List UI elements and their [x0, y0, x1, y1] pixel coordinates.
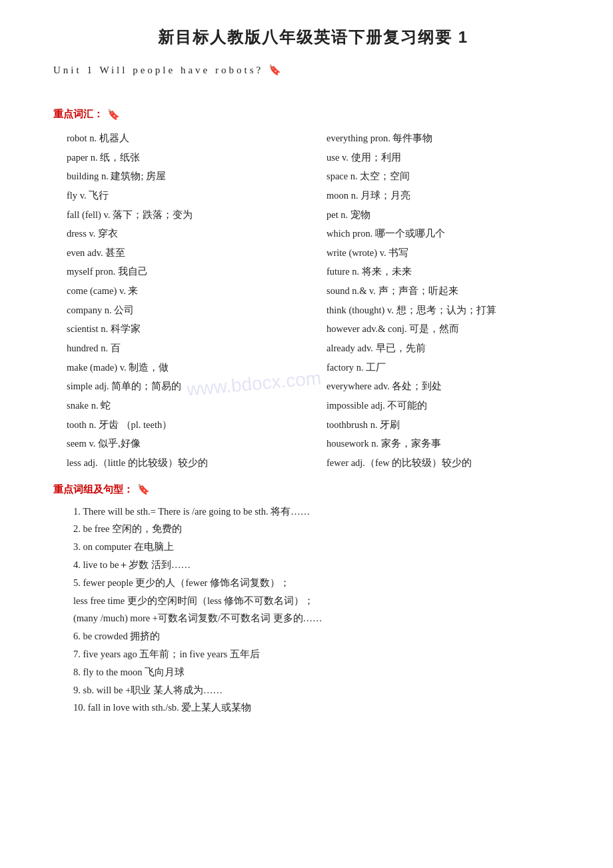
vocab-col-left: robot n. 机器人paper n. 纸，纸张building n. 建筑物… — [53, 130, 313, 471]
vocab-row: sound n.& v. 声；声音；听起来 — [326, 283, 573, 299]
vocab-row: everything pron. 每件事物 — [326, 130, 573, 147]
vocab-row: myself pron. 我自己 — [67, 263, 313, 280]
vocab-row: tooth n. 牙齿 （pl. teeth） — [67, 417, 313, 433]
phrase-item: 4. live to be＋岁数 活到…… — [73, 556, 573, 574]
phrase-list: 1. There will be sth.= There is /are goi… — [53, 503, 573, 717]
phrases-title-text: 重点词组及句型： — [53, 483, 133, 496]
vocab-row: impossible adj. 不可能的 — [326, 397, 573, 414]
vocab-row: factory n. 工厂 — [326, 359, 573, 376]
vocab-columns: robot n. 机器人paper n. 纸，纸张building n. 建筑物… — [53, 130, 573, 471]
phrase-item: 9. sb. will be +职业 某人将成为…… — [73, 681, 573, 699]
vocab-row: toothbrush n. 牙刷 — [326, 417, 573, 433]
vocab-row: use v. 使用；利用 — [326, 149, 573, 166]
vocab-title-text: 重点词汇： — [53, 108, 103, 121]
vocab-row: moon n. 月球；月亮 — [326, 187, 573, 204]
vocab-row: come (came) v. 来 — [67, 283, 313, 299]
vocab-row: think (thought) v. 想；思考；认为；打算 — [326, 302, 573, 319]
vocab-row: seem v. 似乎,好像 — [67, 435, 313, 452]
vocab-title-emoji: 🔖 — [107, 109, 120, 121]
vocab-row: company n. 公司 — [67, 302, 313, 319]
vocab-row: building n. 建筑物; 房屋 — [67, 168, 313, 185]
vocab-row: however adv.& conj. 可是，然而 — [326, 321, 573, 337]
vocab-row: scientist n. 科学家 — [67, 321, 313, 337]
phrase-item: 5. fewer people 更少的人（fewer 修饰名词复数）； — [73, 574, 573, 592]
vocab-section: robot n. 机器人paper n. 纸，纸张building n. 建筑物… — [53, 130, 573, 471]
phrase-item: less free time 更少的空闲时间（less 修饰不可数名词）； — [73, 592, 573, 610]
phrase-item: 8. fly to the moon 飞向月球 — [73, 663, 573, 681]
phrases-section-title: 重点词组及句型： 🔖 — [53, 483, 573, 496]
vocab-row: fall (fell) v. 落下；跌落；变为 — [67, 207, 313, 223]
vocab-row: which pron. 哪一个或哪几个 — [326, 225, 573, 242]
unit-header-text: Unit 1 Will people have robots? — [53, 65, 263, 75]
phrase-item: 7. five years ago 五年前；in five years 五年后 — [73, 645, 573, 663]
vocab-row: already adv. 早已，先前 — [326, 340, 573, 357]
vocab-row: less adj.（little 的比较级）较少的 — [67, 455, 313, 471]
vocab-row: simple adj. 简单的；简易的 — [67, 378, 313, 395]
unit-header: Unit 1 Will people have robots? 🔖 — [53, 64, 573, 76]
vocab-row: space n. 太空；空间 — [326, 168, 573, 185]
vocab-row: even adv. 甚至 — [67, 245, 313, 261]
phrase-item: 10. fall in love with sth./sb. 爱上某人或某物 — [73, 699, 573, 717]
phrase-item: 2. be free 空闲的，免费的 — [73, 520, 573, 538]
vocab-row: fly v. 飞行 — [67, 187, 313, 204]
page-title: 新目标人教版八年级英语下册复习纲要 1 — [53, 27, 573, 48]
vocab-row: housework n. 家务，家务事 — [326, 435, 573, 452]
vocab-row: pet n. 宠物 — [326, 207, 573, 223]
vocab-row: make (made) v. 制造，做 — [67, 359, 313, 376]
phrase-item: (many /much) more +可数名词复数/不可数名词 更多的…… — [73, 609, 573, 627]
vocab-row: future n. 将来，未来 — [326, 263, 573, 280]
vocab-row: write (wrote) v. 书写 — [326, 245, 573, 261]
vocab-col-right: everything pron. 每件事物use v. 使用；利用space n… — [313, 130, 573, 471]
vocab-row: fewer adj.（few 的比较级）较少的 — [326, 455, 573, 471]
phrase-item: 1. There will be sth.= There is /are goi… — [73, 503, 573, 521]
vocab-row: dress v. 穿衣 — [67, 225, 313, 242]
vocab-row: paper n. 纸，纸张 — [67, 149, 313, 166]
phrases-section: 重点词组及句型： 🔖 1. There will be sth.= There … — [53, 483, 573, 717]
vocab-row: snake n. 蛇 — [67, 397, 313, 414]
vocab-row: robot n. 机器人 — [67, 130, 313, 147]
phrases-title-emoji: 🔖 — [137, 483, 150, 495]
unit-header-emoji: 🔖 — [269, 65, 284, 75]
phrase-item: 3. on computer 在电脑上 — [73, 538, 573, 556]
phrase-item: 6. be crowded 拥挤的 — [73, 627, 573, 645]
vocab-row: hundred n. 百 — [67, 340, 313, 357]
vocab-row: everywhere adv. 各处；到处 — [326, 378, 573, 395]
vocab-section-title: 重点词汇： 🔖 — [53, 108, 573, 121]
